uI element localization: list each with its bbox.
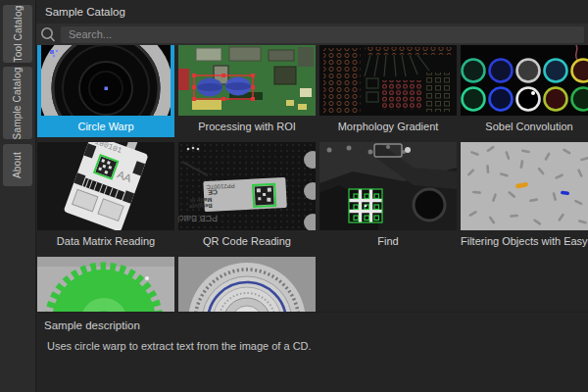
sample-tile-label: Data Matrix Reading	[37, 230, 174, 252]
svg-text:PCB Batch: PCB Batch	[178, 214, 218, 223]
search-icon	[39, 25, 57, 43]
description-panel: Sample description Uses circle warp to e…	[36, 312, 588, 392]
sample-tile-data-matrix-reading[interactable]: 180101 AA	[37, 142, 174, 252]
sample-tile-gear[interactable]	[37, 257, 174, 312]
tile-row: 180101 AA	[37, 142, 588, 252]
tile-row	[37, 257, 588, 312]
sample-tile-circle-warp[interactable]: Circle Warp	[37, 45, 174, 137]
sample-tile-label: Sobel Convolution	[461, 116, 588, 137]
sample-tile-label: Processing with ROI	[178, 116, 316, 137]
sample-tile-label: Circle Warp	[37, 116, 174, 137]
data-matrix-reading-image: 180101 AA	[37, 142, 174, 230]
sidebar: Tool Catalog Sample Catalog About	[0, 0, 36, 392]
tab-label: Sample Catalog	[13, 67, 24, 139]
sample-tile-filtering-objects[interactable]: Filtering Objects with EasyObject	[461, 142, 588, 252]
filtering-objects-image	[461, 142, 588, 230]
sample-tile-label: Morphology Gradient	[319, 116, 457, 137]
main-panel: Sample Catalog	[36, 0, 588, 392]
svg-text:Belgium: Belgium	[189, 203, 213, 210]
qr-code-reading-image: PP21007C CE Made in Belgium	[178, 142, 316, 230]
search-bar	[36, 24, 588, 45]
sidebar-item-sample-catalog[interactable]: Sample Catalog	[3, 67, 32, 139]
sample-tile-label: QR Code Reading	[178, 230, 316, 252]
sidebar-item-tool-catalog[interactable]: Tool Catalog	[3, 5, 32, 63]
sample-tile-label: Find	[319, 230, 457, 252]
sample-tile-find[interactable]: Find	[319, 142, 457, 252]
sample-tile-cd[interactable]	[178, 257, 316, 312]
sample-tile-processing-with-roi[interactable]: Processing with ROI	[178, 45, 316, 137]
sample-tile-morphology-gradient[interactable]: Morphology Gradient	[319, 45, 457, 137]
circle-warp-image	[41, 45, 171, 116]
tile-row: Circle Warp	[37, 45, 588, 137]
tab-label: Tool Catalog	[13, 6, 24, 63]
sample-grid: Circle Warp	[36, 45, 588, 312]
sidebar-item-about[interactable]: About	[3, 144, 32, 186]
gear-image	[37, 257, 174, 312]
sample-tile-sobel-convolution[interactable]: Sobel Convolution	[461, 45, 588, 137]
svg-text:Made in: Made in	[190, 197, 213, 204]
processing-with-roi-image	[178, 45, 316, 116]
svg-text:CE: CE	[208, 188, 218, 196]
description-text: Uses circle warp to extract text from th…	[44, 340, 580, 352]
search-input[interactable]	[61, 26, 584, 43]
sample-tile-qr-code-reading[interactable]: PP21007C CE Made in Belgium	[178, 142, 316, 252]
page-title: Sample Catalog	[36, 0, 588, 24]
morphology-gradient-image	[319, 45, 457, 116]
description-heading: Sample description	[44, 319, 580, 331]
sample-catalog-window: Tool Catalog Sample Catalog About Sample…	[0, 0, 588, 392]
cd-image	[178, 257, 316, 312]
sample-tile-label: Filtering Objects with EasyObject	[461, 230, 588, 252]
sobel-convolution-image	[461, 45, 588, 116]
find-image	[319, 142, 457, 230]
tab-label: About	[12, 152, 23, 178]
